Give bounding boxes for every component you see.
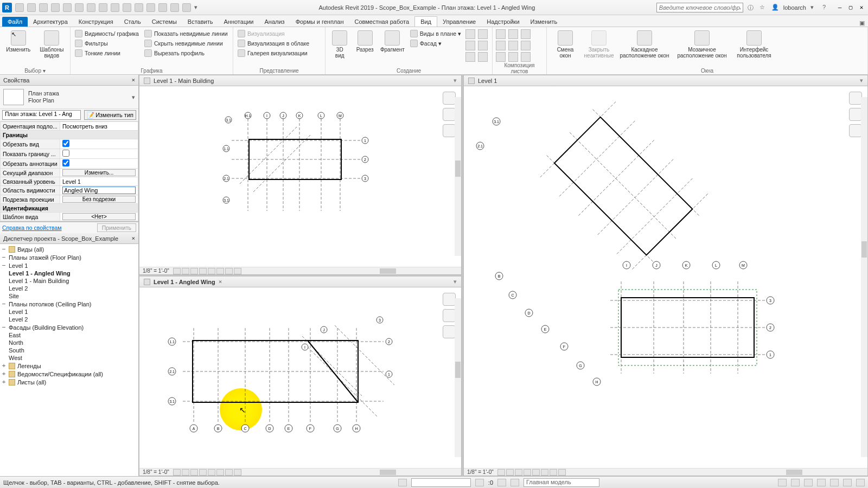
tree-node[interactable]: Level 1	[1, 308, 137, 316]
qat-print-icon[interactable]	[75, 3, 84, 12]
nav-cube-icon[interactable]	[443, 293, 456, 306]
tree-twisty-icon[interactable]: −	[1, 246, 7, 253]
hide-hidden-button[interactable]: Скрыть невидимые линии	[143, 39, 229, 48]
instance-selector[interactable]: План этажа: Level 1 - Ang	[2, 110, 81, 120]
view-tab-level1[interactable]: Level 1 ▾	[464, 75, 867, 86]
tree-node[interactable]: −Фасады (Building Elevation)	[1, 323, 137, 331]
hide-icon[interactable]	[225, 268, 233, 274]
view-menu-icon[interactable]: ▾	[454, 77, 457, 84]
tab-file[interactable]: Файл	[2, 17, 28, 27]
tab-steel[interactable]: Сталь	[119, 17, 146, 27]
tree-node[interactable]: Level 2	[1, 316, 137, 323]
view-close-icon[interactable]: ×	[219, 278, 222, 285]
title-block-icon[interactable]	[508, 29, 518, 39]
scroll-v[interactable]	[861, 97, 867, 457]
tree-node[interactable]: Level 2	[1, 285, 137, 292]
select-pinned-icon[interactable]	[804, 479, 813, 486]
main-model-combo[interactable]: Главная модель	[524, 478, 599, 487]
view-templates-button[interactable]: Шаблоны видов	[37, 29, 67, 60]
signin-icon[interactable]: 👤	[771, 4, 779, 11]
tree-twisty-icon[interactable]: −	[1, 262, 7, 269]
search-input[interactable]	[656, 3, 743, 12]
qat-measure-icon[interactable]	[87, 3, 95, 12]
tab-architecture[interactable]: Архитектура	[28, 17, 73, 27]
main-model-icon[interactable]	[510, 479, 519, 486]
tree-node[interactable]: +Листы (all)	[1, 378, 137, 386]
nav-wheel-icon[interactable]	[849, 108, 862, 121]
qat-sync-icon[interactable]	[39, 3, 48, 12]
callout-button[interactable]: Фрагмент	[379, 29, 406, 54]
qat-tag-icon[interactable]	[111, 3, 119, 12]
reveal-icon[interactable]	[234, 469, 241, 476]
design-options-icon[interactable]	[497, 479, 506, 486]
tab-modify[interactable]: Изменить	[525, 17, 563, 27]
tree-node[interactable]: South	[1, 346, 137, 354]
tab-analyze[interactable]: Анализ	[259, 17, 290, 27]
matchline-icon[interactable]	[508, 41, 518, 50]
crop-show-icon[interactable]	[541, 469, 548, 476]
crop-show-icon[interactable]	[216, 469, 224, 476]
sun-icon[interactable]	[190, 268, 198, 274]
prop-button[interactable]: Без подрезки	[62, 196, 136, 203]
view-tab-angled[interactable]: Level 1 - Angled Wing × ▾	[139, 277, 461, 287]
sun-icon[interactable]	[190, 469, 198, 476]
visibility-button[interactable]: Видимость/ графика	[74, 29, 140, 38]
type-selector[interactable]: План этажа Floor Plan ▾	[0, 86, 138, 109]
tab-systems[interactable]: Системы	[146, 17, 182, 27]
sheet-new-icon[interactable]	[496, 29, 506, 39]
detail-icon[interactable]	[173, 268, 181, 274]
tree-twisty-icon[interactable]: +	[1, 378, 7, 386]
tab-insert[interactable]: Вставить	[182, 17, 219, 27]
properties-help-link[interactable]: Справка по свойствам	[2, 224, 62, 231]
tree-node[interactable]: West	[1, 354, 137, 362]
crop-icon[interactable]	[532, 469, 540, 476]
section-button[interactable]: Разрез	[354, 29, 375, 54]
tree-node[interactable]: Level 1 - Angled Wing	[1, 269, 137, 277]
tree-node[interactable]: +Ведомости/Спецификации (all)	[1, 370, 137, 378]
qat-close-icon[interactable]	[170, 3, 179, 12]
tree-twisty-icon[interactable]: −	[1, 300, 7, 307]
qat-open-icon[interactable]	[15, 3, 24, 12]
tab-collaborate[interactable]: Совместная работа	[349, 17, 414, 27]
hide-icon[interactable]	[225, 469, 233, 476]
scale-label[interactable]: 1/8" = 1'-0"	[139, 268, 173, 274]
close-button[interactable]: ✕	[857, 4, 866, 11]
canvas-angled[interactable]: ↖ A B C D E F G H	[139, 287, 461, 468]
view-menu-icon[interactable]: ▾	[860, 77, 863, 84]
tree-node[interactable]: +Легенды	[1, 362, 137, 370]
cut-profile-button[interactable]: Вырезать профиль	[143, 49, 229, 57]
filter-selection-icon[interactable]	[843, 479, 852, 486]
cascade-button[interactable]: Каскадное расположение окон	[617, 29, 672, 60]
elevation-button[interactable]: Фасад ▾	[409, 39, 462, 48]
scroll-v[interactable]	[455, 97, 461, 256]
style-icon[interactable]	[506, 469, 514, 476]
viewport-icon[interactable]	[496, 52, 506, 62]
crop-show-icon[interactable]	[216, 268, 224, 274]
scroll-v[interactable]	[455, 298, 461, 457]
edit-type-button[interactable]: 📝Изменить тип	[84, 110, 136, 120]
scope-box-icon[interactable]	[465, 52, 475, 62]
filters-button[interactable]: Фильтры	[74, 39, 140, 48]
deactivate-icon[interactable]	[521, 52, 531, 62]
nav-zoom-icon[interactable]	[443, 124, 456, 137]
editable-icon[interactable]	[475, 479, 484, 486]
legend-icon[interactable]	[465, 41, 475, 50]
shadow-icon[interactable]	[199, 268, 207, 274]
qat-redo-icon[interactable]	[63, 3, 72, 12]
duplicate-view-icon[interactable]	[478, 29, 488, 39]
prop-button[interactable]: Изменить...	[62, 169, 136, 176]
style-icon[interactable]	[182, 268, 189, 274]
qat-undo-icon[interactable]	[51, 3, 60, 12]
worksets-combo[interactable]	[411, 478, 471, 487]
gallery-button[interactable]: Галерея визуализации	[237, 49, 310, 57]
tree-twisty-icon[interactable]: −	[1, 254, 7, 261]
cloud-render-button[interactable]: Визуализация в облаке	[237, 39, 310, 48]
switch-windows-button[interactable]: Смена окон	[550, 29, 580, 60]
tree-node[interactable]: −Планы потолков (Ceiling Plan)	[1, 300, 137, 308]
qat-dim-icon[interactable]	[99, 3, 107, 12]
crop-icon[interactable]	[208, 268, 215, 274]
infocenter-icon[interactable]: ⓘ	[748, 4, 755, 11]
nav-cube-icon[interactable]	[443, 92, 456, 105]
nav-wheel-icon[interactable]	[443, 108, 456, 121]
tree-node[interactable]: East	[1, 331, 137, 339]
